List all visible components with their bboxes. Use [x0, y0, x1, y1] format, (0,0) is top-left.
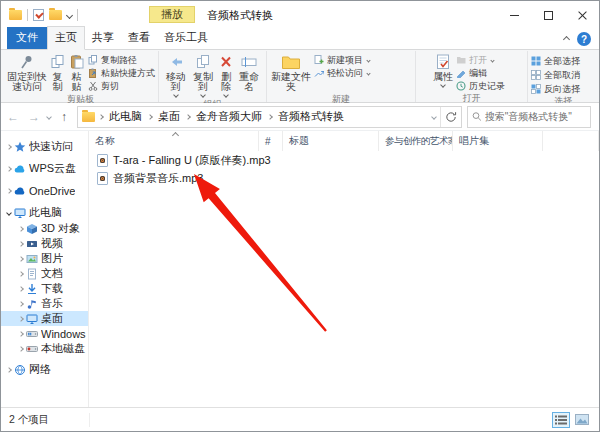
pin-to-quick-access-button[interactable]: 固定到快速访问	[6, 53, 48, 93]
tab-home[interactable]: 主页	[47, 26, 85, 50]
forward-icon[interactable]: →	[26, 110, 42, 124]
history-button[interactable]: 历史记录	[456, 80, 505, 92]
sidebar-item-3d-objects[interactable]: 3D 对象	[1, 221, 88, 236]
breadcrumb-this-pc[interactable]: 此电脑	[107, 109, 144, 124]
column-header-number[interactable]: #	[259, 131, 283, 151]
separator	[27, 9, 28, 21]
copy-path-button[interactable]: 复制路径	[88, 54, 155, 66]
ribbon-group-select: 全部选择 全部取消 反向选择 选择	[528, 51, 598, 102]
chevron-right-icon[interactable]	[18, 346, 24, 352]
properties-quick-icon[interactable]	[33, 9, 44, 21]
collapse-ribbon-icon[interactable]	[563, 35, 570, 42]
easy-access-button[interactable]: 轻松访问	[314, 67, 370, 79]
open-button[interactable]: 打开	[456, 54, 505, 66]
tab-music-tools[interactable]: 音乐工具	[157, 27, 215, 49]
column-header-name[interactable]: 名称	[89, 131, 259, 151]
properties-button[interactable]: 属性	[432, 53, 454, 88]
sidebar-item-network[interactable]: 网络	[1, 361, 88, 378]
chevron-down-icon	[366, 71, 370, 75]
chevron-right-icon[interactable]	[6, 144, 12, 150]
file-row[interactable]: 音频背景音乐.mp3	[89, 169, 599, 187]
up-icon[interactable]: ↑	[56, 110, 72, 124]
edit-button[interactable]: 编辑	[456, 67, 505, 79]
chevron-right-icon[interactable]	[18, 271, 24, 277]
tab-share[interactable]: 共享	[85, 27, 121, 49]
paste-button[interactable]: 粘贴	[67, 53, 86, 93]
address-bar[interactable]: 此电脑 桌面 金舟音频大师 音频格式转换	[77, 106, 462, 128]
sidebar-item-drive-d[interactable]: 本地磁盘 (D:)	[1, 341, 88, 356]
sidebar-item-music[interactable]: 音乐	[1, 296, 88, 311]
thumbnail-view-button[interactable]	[573, 412, 591, 428]
network-icon	[14, 364, 26, 376]
new-folder-quick-icon[interactable]	[49, 10, 62, 20]
cut-button[interactable]: 剪切	[88, 80, 155, 92]
chevron-right-icon[interactable]	[18, 226, 24, 232]
sidebar-item-onedrive[interactable]: OneDrive	[1, 182, 88, 199]
sidebar-item-quick-access[interactable]: 快速访问	[1, 138, 88, 155]
refresh-icon[interactable]	[445, 111, 457, 123]
chevron-right-icon[interactable]	[6, 188, 12, 194]
breadcrumb-chevron-icon	[267, 114, 273, 120]
sidebar-item-this-pc[interactable]: 此电脑	[1, 204, 88, 221]
sidebar-item-pictures[interactable]: 图片	[1, 251, 88, 266]
search-input[interactable]	[485, 111, 586, 122]
history-chevron-icon[interactable]	[46, 114, 52, 120]
sidebar-item-documents[interactable]: 文档	[1, 266, 88, 281]
address-dropdown-chevron-icon[interactable]	[431, 114, 437, 120]
customize-qat-chevron-icon[interactable]	[66, 11, 73, 18]
sidebar-item-desktop[interactable]: 桌面	[1, 311, 88, 326]
new-item-button[interactable]: 新建项目	[314, 54, 370, 66]
file-row[interactable]: T-ara - Falling U (原版伴奏).mp3	[89, 151, 599, 169]
maximize-button[interactable]	[531, 1, 565, 29]
desktop-icon	[26, 313, 38, 325]
breadcrumb-jinzhou-audio[interactable]: 金舟音频大师	[194, 109, 264, 124]
search-box[interactable]	[467, 106, 591, 128]
minimize-button[interactable]	[497, 1, 531, 29]
document-icon	[26, 268, 38, 280]
breadcrumb-desktop[interactable]: 桌面	[156, 109, 182, 124]
maximize-icon	[544, 11, 553, 20]
breadcrumb-audio-convert[interactable]: 音频格式转换	[276, 109, 346, 124]
close-button[interactable]	[565, 1, 599, 29]
column-header-album[interactable]: 唱片集	[453, 131, 543, 151]
sidebar-item-videos[interactable]: 视频	[1, 236, 88, 251]
drive-icon	[26, 343, 38, 355]
back-icon[interactable]: ←	[5, 110, 21, 124]
select-all-button[interactable]: 全部选择	[531, 55, 580, 67]
paste-shortcut-button[interactable]: 粘贴快捷方式	[88, 67, 155, 79]
delete-button[interactable]: 删除	[217, 53, 236, 98]
computer-icon	[14, 207, 26, 219]
sidebar-item-downloads[interactable]: 下载	[1, 281, 88, 296]
sidebar-item-drive-c[interactable]: Windows (C:)	[1, 326, 88, 341]
window-title: 音频格式转换	[207, 8, 273, 23]
contextual-tab-group-badge[interactable]: 播放	[149, 6, 195, 23]
details-view-button[interactable]	[552, 412, 570, 428]
breadcrumb-chevron-icon	[185, 114, 191, 120]
sidebar-item-wps-cloud[interactable]: WPS云盘	[1, 160, 88, 177]
copy-icon	[50, 54, 66, 70]
cloud-icon	[14, 163, 26, 175]
tab-file[interactable]: 文件	[7, 27, 47, 49]
copy-button[interactable]: 复制	[48, 53, 67, 93]
chevron-right-icon[interactable]	[6, 367, 12, 373]
help-icon[interactable]: ?	[577, 32, 591, 46]
invert-selection-button[interactable]: 反向选择	[531, 83, 580, 95]
column-header-filler	[543, 131, 599, 151]
column-header-title[interactable]: 标题	[283, 131, 379, 151]
move-to-button[interactable]: 移动到	[162, 53, 189, 98]
tab-view[interactable]: 查看	[121, 27, 157, 49]
chevron-right-icon[interactable]	[18, 316, 24, 322]
chevron-right-icon[interactable]	[18, 286, 24, 292]
chevron-right-icon[interactable]	[18, 331, 24, 337]
select-none-button[interactable]: 全部取消	[531, 69, 580, 81]
chevron-right-icon[interactable]	[18, 256, 24, 262]
chevron-right-icon[interactable]	[6, 166, 12, 172]
column-header-artists[interactable]: 参与创作的艺术家	[379, 131, 453, 151]
chevron-right-icon[interactable]	[18, 241, 24, 247]
new-folder-button[interactable]: 新建文件夹	[270, 53, 312, 93]
copy-to-button[interactable]: 复制到	[189, 53, 216, 98]
ribbon-group-organize: 移动到 复制到 删除 重命名 组织	[159, 51, 267, 102]
chevron-right-icon[interactable]	[18, 301, 24, 307]
chevron-down-icon[interactable]	[6, 210, 12, 216]
rename-button[interactable]: 重命名	[236, 53, 263, 93]
